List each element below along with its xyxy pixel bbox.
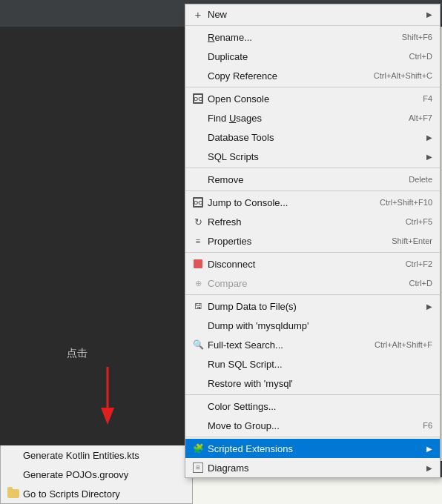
menu-item-color-settings-label: Color Settings... <box>205 401 432 412</box>
submenu-item-gen-kotlin-label: Generate Kotlin Entities.kts <box>20 450 185 461</box>
menu-item-sql-scripts[interactable]: SQL Scripts ▶ <box>185 147 440 166</box>
menu-item-duplicate-label: Duplicate <box>205 51 395 62</box>
rename-icon <box>191 30 205 44</box>
remove-shortcut: Delete <box>409 175 432 184</box>
submenu-item-go-to-scripts-label: Go to Scripts Directory <box>20 488 185 500</box>
gen-pojos-icon <box>7 468 20 481</box>
menu-item-dump-mysqldump-label: Dump with 'mysqldump' <box>205 320 432 331</box>
fulltext-search-shortcut: Ctrl+Alt+Shift+F <box>375 340 432 349</box>
find-usages-shortcut: Alt+F7 <box>409 113 432 122</box>
menu-item-sql-scripts-label: SQL Scripts <box>205 151 422 162</box>
scripted-extensions-submenu: Generate Kotlin Entities.kts Generate PO… <box>0 445 193 504</box>
menu-item-properties[interactable]: ≡ Properties Shift+Enter <box>185 231 440 251</box>
menu-item-diagrams-label: Diagrams <box>205 462 422 474</box>
jump-console-icon: OC <box>191 196 205 209</box>
menu-item-scripted-ext[interactable]: 🧩 Scripted Extensions ▶ <box>185 439 440 458</box>
duplicate-icon <box>191 50 205 63</box>
menu-item-open-console[interactable]: OC Open Console F4 <box>185 89 440 108</box>
menu-item-remove[interactable]: Remove Delete <box>185 170 440 189</box>
menu-item-restore-mysql-label: Restore with 'mysql' <box>205 378 432 389</box>
menu-item-dump-mysqldump[interactable]: Dump with 'mysqldump' <box>185 316 440 335</box>
submenu-arrow-dump: ▶ <box>426 302 432 311</box>
menu-item-diagrams[interactable]: ⊞ Diagrams ▶ <box>185 458 440 477</box>
menu-item-scripted-ext-label: Scripted Extensions <box>205 443 422 454</box>
folder-icon <box>7 487 20 500</box>
dump-data-icon: 🖫 <box>191 299 205 313</box>
find-usages-icon <box>191 111 205 125</box>
menu-item-properties-label: Properties <box>205 236 377 247</box>
properties-icon: ≡ <box>191 234 205 248</box>
properties-shortcut: Shift+Enter <box>392 236 432 245</box>
menu-item-move-to-group-label: Move to Group... <box>205 420 408 431</box>
menu-item-compare-label: Compare <box>205 278 395 289</box>
menu-item-jump-console[interactable]: OC Jump to Console... Ctrl+Shift+F10 <box>185 193 440 212</box>
submenu-item-gen-pojos-label: Generate POJOs.groovy <box>20 469 185 480</box>
diagrams-icon: ⊞ <box>191 461 205 474</box>
separator-4 <box>185 190 440 191</box>
menu-item-db-tools[interactable]: Database Tools ▶ <box>185 127 440 147</box>
menu-item-fulltext-search-label: Full-text Search... <box>205 339 360 351</box>
menu-item-remove-label: Remove <box>205 174 394 185</box>
move-to-group-icon <box>191 419 205 432</box>
svg-marker-1 <box>101 408 114 425</box>
menu-item-fulltext-search[interactable]: 🔍 Full-text Search... Ctrl+Alt+Shift+F <box>185 335 440 354</box>
submenu-item-go-to-scripts[interactable]: Go to Scripts Directory <box>1 484 192 503</box>
submenu-item-gen-pojos[interactable]: Generate POJOs.groovy <box>1 465 192 484</box>
open-console-icon: OC <box>191 92 205 105</box>
context-menu: + New ▶ Rename... Shift+F6 Duplicate Ctr… <box>185 4 441 478</box>
menu-item-duplicate[interactable]: Duplicate Ctrl+D <box>185 47 440 66</box>
menu-item-copy-ref[interactable]: Copy Reference Ctrl+Alt+Shift+C <box>185 66 440 85</box>
menu-item-refresh[interactable]: ↻ Refresh Ctrl+F5 <box>185 212 440 231</box>
menu-item-db-tools-label: Database Tools <box>205 132 422 143</box>
separator-8 <box>185 437 440 437</box>
compare-icon: ⊕ <box>191 276 205 290</box>
disconnect-shortcut: Ctrl+F2 <box>406 259 432 268</box>
submenu-arrow-db: ▶ <box>426 133 432 142</box>
menu-item-dump-data[interactable]: 🖫 Dump Data to File(s) ▶ <box>185 296 440 316</box>
remove-icon <box>191 173 205 186</box>
separator-2 <box>185 87 440 87</box>
separator-5 <box>185 252 440 253</box>
menu-item-find-usages-label: Find Usages <box>205 113 394 124</box>
submenu-arrow-sql: ▶ <box>426 153 432 161</box>
refresh-shortcut: Ctrl+F5 <box>406 217 432 226</box>
separator-1 <box>185 25 440 26</box>
menu-item-open-console-label: Open Console <box>205 93 408 105</box>
menu-item-dump-data-label: Dump Data to File(s) <box>205 301 422 312</box>
disconnect-icon <box>191 257 205 271</box>
menu-item-color-settings[interactable]: Color Settings... <box>185 397 440 416</box>
menu-item-restore-mysql[interactable]: Restore with 'mysql' <box>185 374 440 393</box>
menu-item-run-sql[interactable]: Run SQL Script... <box>185 354 440 374</box>
copy-ref-shortcut: Ctrl+Alt+Shift+C <box>374 71 432 80</box>
ide-panel-content <box>0 27 185 442</box>
gen-kotlin-icon <box>7 448 20 462</box>
menu-item-rename[interactable]: Rename... Shift+F6 <box>185 27 440 47</box>
menu-item-compare[interactable]: ⊕ Compare Ctrl+D <box>185 273 440 293</box>
submenu-arrow-diagrams: ▶ <box>426 464 432 472</box>
menu-item-run-sql-label: Run SQL Script... <box>205 359 432 370</box>
click-arrow <box>96 367 119 426</box>
menu-item-copy-ref-label: Copy Reference <box>205 70 359 82</box>
menu-item-rename-label: Rename... <box>205 32 387 43</box>
separator-3 <box>185 168 440 168</box>
click-label: 点击 <box>67 347 88 360</box>
move-to-group-shortcut: F6 <box>423 421 432 430</box>
compare-shortcut: Ctrl+D <box>409 279 432 288</box>
run-sql-icon <box>191 357 205 371</box>
menu-item-new[interactable]: + New ▶ <box>185 4 440 24</box>
db-tools-icon <box>191 130 205 144</box>
duplicate-shortcut: Ctrl+D <box>409 52 432 61</box>
menu-item-move-to-group[interactable]: Move to Group... F6 <box>185 416 440 435</box>
menu-item-new-label: New <box>205 9 422 20</box>
submenu-arrow-scripted: ▶ <box>426 445 432 453</box>
copy-ref-icon <box>191 69 205 82</box>
separator-7 <box>185 394 440 395</box>
plus-icon: + <box>191 7 205 21</box>
menu-item-jump-console-label: Jump to Console... <box>205 197 365 208</box>
menu-item-find-usages[interactable]: Find Usages Alt+F7 <box>185 108 440 127</box>
menu-item-refresh-label: Refresh <box>205 216 391 228</box>
submenu-item-gen-kotlin[interactable]: Generate Kotlin Entities.kts <box>1 445 192 465</box>
separator-6 <box>185 294 440 295</box>
menu-item-disconnect[interactable]: Disconnect Ctrl+F2 <box>185 254 440 273</box>
jump-console-shortcut: Ctrl+Shift+F10 <box>380 198 432 207</box>
